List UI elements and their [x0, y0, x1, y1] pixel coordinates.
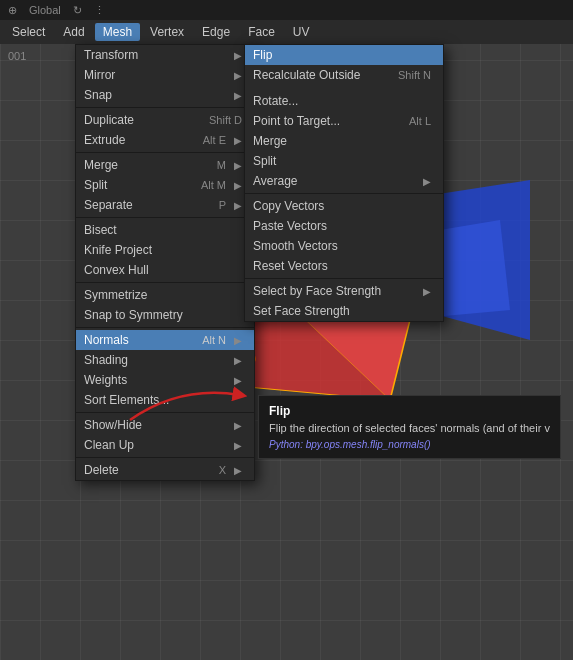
copy-vectors-label: Copy Vectors [253, 199, 324, 213]
global-dropdown[interactable]: Global [29, 4, 61, 16]
menu-split[interactable]: Split Alt M ▶ [76, 175, 254, 195]
menu-uv[interactable]: UV [285, 23, 318, 41]
point-to-target-label: Point to Target... [253, 114, 340, 128]
menu-snap[interactable]: Snap ▶ [76, 85, 254, 105]
separate-label: Separate [84, 198, 133, 212]
convex-hull-label: Convex Hull [84, 263, 149, 277]
set-face-strength-label: Set Face Strength [253, 304, 350, 318]
reset-vectors-label: Reset Vectors [253, 259, 328, 273]
submenu-smooth-vectors[interactable]: Smooth Vectors [245, 236, 443, 256]
normals-split-label: Split [253, 154, 276, 168]
menu-separate[interactable]: Separate P ▶ [76, 195, 254, 215]
merge-shortcut: M [217, 159, 226, 171]
menu-add[interactable]: Add [55, 23, 92, 41]
submenu-sep2 [245, 278, 443, 279]
menu-bisect[interactable]: Bisect [76, 220, 254, 240]
sep3 [76, 217, 254, 218]
submenu-sep1 [245, 193, 443, 194]
mesh-dropdown: Transform ▶ Mirror ▶ Snap ▶ Duplicate Sh… [75, 44, 255, 481]
smooth-vectors-label: Smooth Vectors [253, 239, 338, 253]
split-label: Split [84, 178, 107, 192]
knife-project-label: Knife Project [84, 243, 152, 257]
sep6 [76, 412, 254, 413]
split-shortcut: Alt M [201, 179, 226, 191]
viewport-label: 001 [8, 50, 26, 62]
tooltip-code: Python: bpy.ops.mesh.flip_normals() [269, 437, 550, 452]
submenu-recalculate-outside[interactable]: Recalculate Outside Shift N [245, 65, 443, 85]
shading-arrow: ▶ [234, 355, 242, 366]
menu-snap-symmetry[interactable]: Snap to Symmetry [76, 305, 254, 325]
select-face-strength-arrow: ▶ [423, 286, 431, 297]
menu-normals[interactable]: Normals Alt N ▶ [76, 330, 254, 350]
menu-convex-hull[interactable]: Convex Hull [76, 260, 254, 280]
paste-vectors-label: Paste Vectors [253, 219, 327, 233]
extrude-arrow: ▶ [234, 135, 242, 146]
clean-up-label: Clean Up [84, 438, 134, 452]
submenu-paste-vectors[interactable]: Paste Vectors [245, 216, 443, 236]
split-arrow: ▶ [234, 180, 242, 191]
tooltip-title: Flip [269, 402, 550, 420]
submenu-split[interactable]: Split [245, 151, 443, 171]
transform-arrow: ▶ [234, 50, 242, 61]
extrude-label: Extrude [84, 133, 125, 147]
delete-arrow: ▶ [234, 465, 242, 476]
menu-shading[interactable]: Shading ▶ [76, 350, 254, 370]
menu-duplicate[interactable]: Duplicate Shift D [76, 110, 254, 130]
separate-arrow: ▶ [234, 200, 242, 211]
menu-weights[interactable]: Weights ▶ [76, 370, 254, 390]
snap-symmetry-label: Snap to Symmetry [84, 308, 183, 322]
menu-vertex[interactable]: Vertex [142, 23, 192, 41]
extrude-shortcut: Alt E [203, 134, 226, 146]
menu-face[interactable]: Face [240, 23, 283, 41]
menu-delete[interactable]: Delete X ▶ [76, 460, 254, 480]
submenu-average[interactable]: Average ▶ [245, 171, 443, 191]
average-arrow: ▶ [423, 176, 431, 187]
menu-mesh[interactable]: Mesh [95, 23, 140, 41]
submenu-point-to-target[interactable]: Point to Target... Alt L [245, 111, 443, 131]
merge-arrow: ▶ [234, 160, 242, 171]
sep4 [76, 282, 254, 283]
bisect-label: Bisect [84, 223, 117, 237]
submenu-rotate[interactable]: Rotate... [245, 91, 443, 111]
dots-icon: ⋮ [94, 4, 105, 17]
submenu-reset-vectors[interactable]: Reset Vectors [245, 256, 443, 276]
submenu-copy-vectors[interactable]: Copy Vectors [245, 196, 443, 216]
submenu-select-face-strength[interactable]: Select by Face Strength ▶ [245, 281, 443, 301]
menu-edge[interactable]: Edge [194, 23, 238, 41]
submenu-merge[interactable]: Merge [245, 131, 443, 151]
normals-arrow: ▶ [234, 335, 242, 346]
menu-knife-project[interactable]: Knife Project [76, 240, 254, 260]
average-label: Average [253, 174, 297, 188]
normals-merge-label: Merge [253, 134, 287, 148]
menu-select[interactable]: Select [4, 23, 53, 41]
menu-merge[interactable]: Merge M ▶ [76, 155, 254, 175]
normals-label: Normals [84, 333, 129, 347]
duplicate-shortcut: Shift D [209, 114, 242, 126]
menu-sort-elements[interactable]: Sort Elements... [76, 390, 254, 410]
rotate-label: Rotate... [253, 94, 298, 108]
sep5 [76, 327, 254, 328]
shading-label: Shading [84, 353, 128, 367]
menu-symmetrize[interactable]: Symmetrize [76, 285, 254, 305]
submenu-set-face-strength[interactable]: Set Face Strength [245, 301, 443, 321]
menu-show-hide[interactable]: Show/Hide ▶ [76, 415, 254, 435]
weights-label: Weights [84, 373, 127, 387]
mirror-label: Mirror [84, 68, 115, 82]
duplicate-label: Duplicate [84, 113, 134, 127]
clean-up-arrow: ▶ [234, 440, 242, 451]
menu-mirror[interactable]: Mirror ▶ [76, 65, 254, 85]
menu-transform[interactable]: Transform ▶ [76, 45, 254, 65]
select-face-strength-label: Select by Face Strength [253, 284, 381, 298]
menu-clean-up[interactable]: Clean Up ▶ [76, 435, 254, 455]
show-hide-arrow: ▶ [234, 420, 242, 431]
point-to-target-shortcut: Alt L [409, 115, 431, 127]
delete-label: Delete [84, 463, 119, 477]
delete-shortcut: X [219, 464, 226, 476]
submenu-flip[interactable]: Flip [245, 45, 443, 65]
symmetrize-label: Symmetrize [84, 288, 147, 302]
flip-label: Flip [253, 48, 272, 62]
normals-submenu: Flip Recalculate Outside Shift N Rotate.… [244, 44, 444, 322]
menu-extrude[interactable]: Extrude Alt E ▶ [76, 130, 254, 150]
transform-label: Transform [84, 48, 138, 62]
recalculate-outside-label: Recalculate Outside [253, 68, 360, 82]
